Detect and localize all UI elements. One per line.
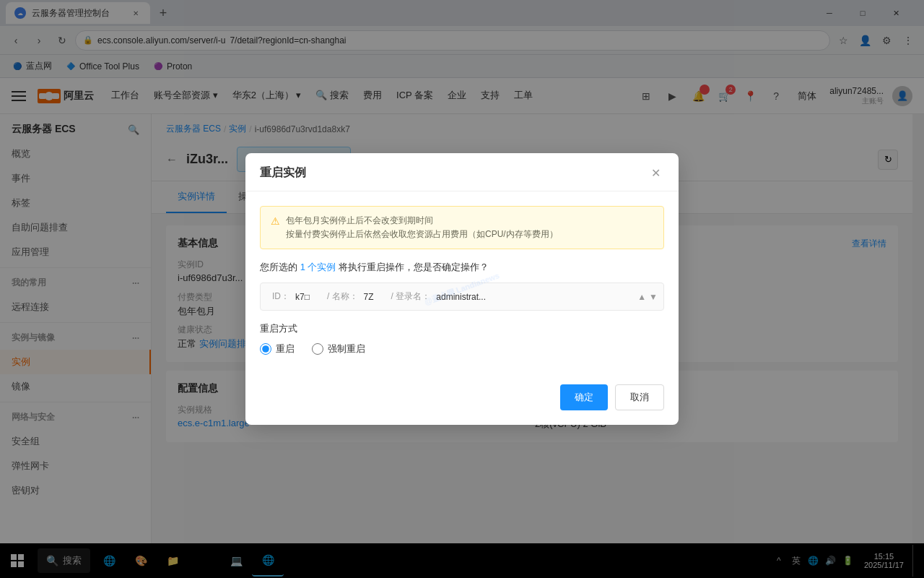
restart-options: 重启方式 重启 强制重启 — [260, 322, 664, 355]
confirm-count[interactable]: 1 个实例 — [300, 262, 336, 272]
field-name-label: / 名称： — [327, 290, 358, 303]
confirm-button[interactable]: 确定 — [560, 384, 608, 410]
expand-controls: ▲ ▼ — [637, 292, 658, 302]
modal-overlay[interactable]: @蓝点网 Landianews 重启实例 ✕ ⚠ 包年包月实例停止后不会改变到期… — [0, 0, 924, 578]
modal-instance-row: ID： k7□ / 名称： 7Z / 登录名： administrat... ▲… — [260, 282, 664, 311]
radio-force[interactable]: 强制重启 — [312, 342, 365, 355]
field-id-value: k7□ — [295, 292, 310, 302]
radio-normal-input[interactable] — [260, 343, 271, 355]
confirm-prefix: 您所选的 — [260, 262, 297, 272]
expand-up[interactable]: ▲ — [637, 292, 646, 302]
radio-normal[interactable]: 重启 — [260, 342, 295, 355]
warning-line-2: 按量付费实例停止后依然会收取您资源占用费用（如CPU/内存等费用） — [286, 228, 558, 241]
radio-force-label: 强制重启 — [328, 342, 365, 355]
modal-header: 重启实例 ✕ — [245, 153, 679, 191]
modal-warning: ⚠ 包年包月实例停止后不会改变到期时间 按量付费实例停止后依然会收取您资源占用费… — [260, 206, 664, 249]
modal-field-name: / 名称： 7Z — [327, 290, 374, 303]
modal-field-login: / 登录名： administrat... — [391, 290, 486, 303]
cancel-button[interactable]: 取消 — [615, 384, 664, 410]
confirm-suffix: 将执行重启操作，您是否确定操作？ — [339, 262, 489, 272]
expand-down[interactable]: ▼ — [649, 292, 658, 302]
field-name-value: 7Z — [364, 292, 374, 302]
modal-warning-text: 包年包月实例停止后不会改变到期时间 按量付费实例停止后依然会收取您资源占用费用（… — [286, 214, 558, 241]
field-login-label: / 登录名： — [391, 290, 431, 303]
radio-force-input[interactable] — [312, 343, 323, 355]
radio-normal-label: 重启 — [276, 342, 295, 355]
modal-close-button[interactable]: ✕ — [647, 165, 664, 182]
field-id-label: ID： — [272, 290, 289, 303]
restart-modal: 重启实例 ✕ ⚠ 包年包月实例停止后不会改变到期时间 按量付费实例停止后依然会收… — [245, 153, 679, 425]
warning-line-1: 包年包月实例停止后不会改变到期时间 — [286, 214, 558, 228]
modal-title: 重启实例 — [260, 165, 306, 181]
warning-icon: ⚠ — [271, 215, 280, 227]
field-login-value: administrat... — [436, 292, 486, 302]
modal-body: ⚠ 包年包月实例停止后不会改变到期时间 按量付费实例停止后依然会收取您资源占用费… — [245, 191, 679, 384]
modal-field-id: ID： k7□ — [272, 290, 310, 303]
restart-label: 重启方式 — [260, 322, 664, 335]
modal-footer: 确定 取消 — [245, 384, 679, 425]
modal-confirm-text: 您所选的 1 个实例 将执行重启操作，您是否确定操作？ — [260, 261, 664, 274]
radio-group: 重启 强制重启 — [260, 342, 664, 355]
